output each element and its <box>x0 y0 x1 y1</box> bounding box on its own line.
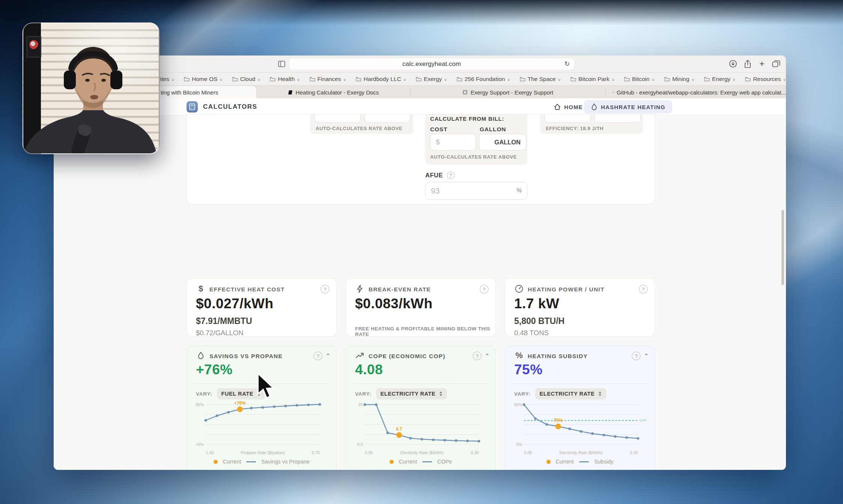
metric-card-heating-power: HEATING POWER / UNIT ? 1.7 kW 5,800 BTU/… <box>505 278 655 337</box>
exergy-support-favicon <box>462 90 468 95</box>
bill-title: CALCULATE FROM BILL: <box>430 116 504 122</box>
svg-text:0.05: 0.05 <box>524 450 532 455</box>
help-icon[interactable]: ? <box>313 351 322 360</box>
svg-text:+86%: +86% <box>196 402 204 407</box>
help-icon[interactable]: ? <box>473 351 482 360</box>
bookmark-label: Exergy <box>424 76 442 82</box>
collapse-icon[interactable]: ⌃ <box>325 352 330 359</box>
inputs-card: AUTO-CALCULATES RATE ABOVE CALCULATE FRO… <box>187 114 655 204</box>
selector-arrows-icon <box>439 392 443 396</box>
chevron-down-icon: ∨ <box>343 78 346 82</box>
folder-icon <box>664 77 670 81</box>
tab-exergy-support[interactable]: Exergy Support - Exergy Support <box>410 86 605 99</box>
collapse-icon[interactable]: ⌃ <box>644 352 649 359</box>
calculate-from-bill-box: CALCULATE FROM BILL: COST GALLON GALLON … <box>425 114 527 165</box>
bookmark-label: Hardbody LLC <box>364 76 401 82</box>
bookmark-folder[interactable]: The Space∨ <box>520 76 561 82</box>
chart-svg: +76%+86%+0%1.435.70Propane Rate ($/gallo… <box>196 399 328 459</box>
rate-unit-input-partial[interactable] <box>364 114 411 123</box>
exergy-docs-favicon <box>288 90 293 95</box>
trend-up-icon <box>355 351 365 360</box>
bookmark-folder[interactable]: Resources∨ <box>745 76 786 82</box>
metric-value: 1.7 kW <box>514 296 559 312</box>
help-icon[interactable]: ? <box>632 351 641 360</box>
vary-select[interactable]: ELECTRICITY RATE <box>376 388 447 399</box>
url-text: calc.exergyheat.com <box>402 60 461 68</box>
afue-help-icon[interactable]: ? <box>447 171 455 179</box>
gauge-icon <box>514 284 524 294</box>
tab-overview-icon[interactable] <box>770 58 783 70</box>
vary-row: VARY: ELECTRICITY RATE <box>514 388 606 399</box>
chart-title: COPE (ECONOMIC COP) <box>369 353 446 360</box>
bookmark-folder[interactable]: Bitcoin∨ <box>624 76 655 82</box>
divider <box>354 384 487 384</box>
tab-github-repo[interactable]: GitHub - exergyheat/webapp-calculators: … <box>605 86 786 99</box>
bookmark-folder[interactable]: Cloud∨ <box>232 76 260 82</box>
bookmark-label: 256 Foundation <box>465 76 505 82</box>
svg-text:5.70: 5.70 <box>312 450 320 455</box>
chart-title: HEATING SUBSIDY <box>528 353 588 360</box>
cost-input[interactable] <box>430 134 476 150</box>
scrollbar-thumb[interactable] <box>781 210 784 285</box>
bookmark-folder[interactable]: Energy∨ <box>704 76 735 82</box>
chart-headline-value: +76% <box>196 362 233 378</box>
reload-icon[interactable]: ↻ <box>565 60 570 68</box>
afue-unit: % <box>516 187 522 194</box>
efficiency-unit-input-partial[interactable] <box>595 114 641 123</box>
bookmark-folder[interactable]: Health∨ <box>270 76 300 82</box>
selector-arrows-icon <box>598 392 602 396</box>
percent-icon: % <box>514 351 524 360</box>
chart-card-savings-vs-propane: SAVINGS VS PROPANE ? ⌃ +76% VARY: FUEL R… <box>187 346 337 470</box>
bookmark-folder[interactable]: 256 Foundation∨ <box>457 76 510 82</box>
new-tab-icon[interactable]: + <box>756 58 768 70</box>
browser-titlebar: calc.exergyheat.com ↻ + <box>54 56 786 72</box>
tab-heating-calculator-docs[interactable]: Heating Calculator - Exergy Docs <box>256 86 410 99</box>
wall-poster <box>26 36 41 58</box>
afue-label: AFUE <box>425 172 443 179</box>
help-icon[interactable]: ? <box>480 285 489 294</box>
help-icon[interactable]: ? <box>639 285 648 294</box>
folder-icon <box>745 77 751 81</box>
bookmark-label: Resources <box>753 76 781 82</box>
svg-text:+76%: +76% <box>234 400 246 406</box>
collapse-icon[interactable]: ⌃ <box>485 352 489 359</box>
chevron-down-icon: ∨ <box>507 78 510 82</box>
legend-current-dot <box>214 460 218 464</box>
flame-icon <box>196 351 206 360</box>
gallon-input[interactable]: GALLON <box>479 134 526 150</box>
metric-label: EFFECTIVE HEAT COST <box>209 286 285 293</box>
page-settings-icon[interactable] <box>275 58 288 70</box>
webcam-overlay <box>23 22 160 154</box>
vary-select[interactable]: ELECTRICITY RATE <box>535 388 607 399</box>
bookmark-folder[interactable]: Exergy∨ <box>416 76 447 82</box>
svg-text:1.43: 1.43 <box>206 450 214 455</box>
share-icon[interactable] <box>741 58 754 70</box>
chevron-down-icon: ∨ <box>297 78 300 82</box>
vary-label: VARY: <box>355 391 372 397</box>
address-bar[interactable]: calc.exergyheat.com ↻ <box>289 58 574 70</box>
afue-input[interactable] <box>425 182 527 200</box>
bolt-icon <box>355 284 365 294</box>
chart-legend: Current Savings vs Propane <box>187 459 336 465</box>
vary-row: VARY: FUEL RATE <box>196 388 265 399</box>
browser-window: calc.exergyheat.com ↻ + orites∨Home OS∨C… <box>54 56 786 470</box>
folder-icon <box>520 77 525 81</box>
rate-input-partial[interactable] <box>315 114 361 123</box>
metric-sub: $7.91/MMBTU <box>196 316 252 326</box>
svg-text:75%: 75% <box>554 418 563 423</box>
nav-home[interactable]: HOME <box>554 101 583 112</box>
bookmark-folder[interactable]: Bitcoin Park∨ <box>571 76 614 82</box>
bookmark-folder[interactable]: Finances∨ <box>310 76 346 82</box>
help-icon[interactable]: ? <box>321 285 330 294</box>
bookmark-folder[interactable]: Hardbody LLC∨ <box>356 76 406 82</box>
nav-hashrate-heating[interactable]: HASHRATE HEATING <box>584 100 672 114</box>
bookmark-folder[interactable]: Mining∨ <box>664 76 694 82</box>
dollar-icon: $ <box>196 284 206 294</box>
github-favicon <box>613 89 614 96</box>
efficiency-input-partial[interactable] <box>545 114 591 123</box>
bookmark-folder[interactable]: Home OS∨ <box>184 76 222 82</box>
gallon-unit: GALLON <box>494 139 521 146</box>
downloads-icon[interactable] <box>727 58 739 70</box>
folder-icon <box>356 77 361 81</box>
svg-text:100%: 100% <box>639 418 646 422</box>
